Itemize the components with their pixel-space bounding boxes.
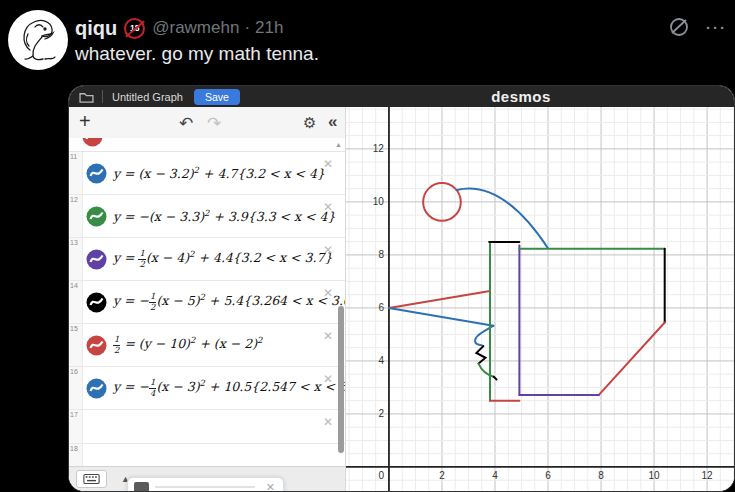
- expression-scrollbar[interactable]: [338, 306, 344, 453]
- expression-color-icon[interactable]: [86, 249, 107, 270]
- svg-text:10: 10: [373, 196, 385, 207]
- row-number-gutter: 14: [69, 281, 83, 323]
- keyboard-toggle-button[interactable]: [76, 470, 107, 488]
- expression-row-15[interactable]: 1512 = (y − 10)2 + (x − 2)2✕: [69, 324, 345, 367]
- desmos-logo: desmos: [491, 88, 551, 105]
- graph-paper[interactable]: 24681012246810120: [346, 107, 734, 491]
- row-number-gutter: 18: [69, 444, 83, 467]
- svg-text:6: 6: [378, 302, 384, 313]
- close-expression-icon[interactable]: ✕: [323, 201, 333, 213]
- close-expression-icon[interactable]: ✕: [323, 416, 333, 428]
- svg-text:8: 8: [378, 249, 384, 260]
- graph-canvas[interactable]: 24681012246810120: [346, 107, 735, 492]
- popup-close-icon[interactable]: ✕: [266, 481, 275, 492]
- svg-text:12: 12: [373, 143, 385, 154]
- row-number-gutter: 13: [69, 238, 83, 280]
- expression-color-icon[interactable]: [86, 163, 107, 184]
- handle-row: @rawmehn · 21h: [152, 18, 283, 38]
- age-18-badge-icon: 18: [124, 18, 145, 39]
- graph-title[interactable]: Untitled Graph: [112, 91, 183, 103]
- row-number-gutter: 17: [69, 410, 83, 443]
- svg-text:2: 2: [378, 408, 384, 419]
- expression-row-17[interactable]: 17✕: [69, 410, 345, 444]
- row-number-gutter: 15: [69, 324, 83, 366]
- expression-row-13[interactable]: 13y = 12(x − 4)2 + 4.4{3.2 < x < 3.7}✕: [69, 238, 345, 281]
- divider: [102, 90, 103, 103]
- keyboard-icon: [83, 473, 100, 485]
- expression-toolbar: + ↶ ↷ ⚙ «: [69, 107, 345, 139]
- close-expression-icon[interactable]: ✕: [323, 330, 333, 342]
- svg-text:4: 4: [492, 470, 498, 481]
- svg-text:0: 0: [378, 470, 384, 481]
- equation[interactable]: 12 = (y − 10)2 + (x − 2)2: [113, 335, 262, 356]
- expression-color-icon[interactable]: [86, 206, 107, 227]
- expression-list: 11y = (x − 3.2)2 + 4.7{3.2 < x < 4}✕12y …: [69, 138, 345, 467]
- row-number-gutter: 16: [69, 367, 83, 409]
- close-expression-icon[interactable]: ✕: [323, 244, 333, 256]
- popup-icon: [134, 482, 149, 492]
- svg-text:8: 8: [598, 470, 604, 481]
- display-name[interactable]: qiqu: [75, 17, 117, 40]
- tweet-text: whatever. go my math tenna.: [75, 43, 319, 65]
- equation[interactable]: y = (x − 3.2)2 + 4.7{3.2 < x < 4}: [113, 165, 325, 181]
- save-button[interactable]: Save: [194, 89, 240, 105]
- expression-row-12[interactable]: 12y = −(x − 3.3)2 + 3.9{3.3 < x < 4}✕: [69, 195, 345, 238]
- svg-text:6: 6: [545, 470, 551, 481]
- expression-row-partial[interactable]: [69, 138, 345, 152]
- close-expression-icon[interactable]: ✕: [323, 287, 333, 299]
- expression-row-18[interactable]: 18: [69, 444, 345, 467]
- bottom-popup[interactable]: ✕: [127, 477, 284, 492]
- redo-button[interactable]: ↷: [205, 111, 223, 136]
- collapse-panel-icon[interactable]: «: [326, 110, 339, 134]
- graph-settings-gear-icon[interactable]: ⚙: [301, 112, 318, 134]
- expression-color-icon[interactable]: [86, 335, 107, 356]
- desmos-topbar: Untitled Graph Save desmos: [69, 86, 734, 107]
- equation[interactable]: y = −12(x − 5)2 + 5.4{3.264 < x < 3.63: [113, 292, 345, 313]
- svg-text:12: 12: [702, 470, 714, 481]
- expression-row-11[interactable]: 11y = (x − 3.2)2 + 4.7{3.2 < x < 4}✕: [69, 152, 345, 195]
- user-handle[interactable]: @rawmehn: [152, 18, 239, 38]
- svg-text:4: 4: [378, 355, 384, 366]
- expression-color-icon[interactable]: [86, 378, 107, 399]
- row-number-gutter: 11: [69, 152, 83, 194]
- grok-icon[interactable]: [668, 16, 690, 38]
- timestamp[interactable]: 21h: [255, 18, 283, 38]
- dot-separator: ·: [244, 18, 250, 38]
- scroll-up-icon[interactable]: ▲: [335, 141, 342, 148]
- desmos-embed-card[interactable]: Untitled Graph Save desmos + ↶ ↷ ⚙ «: [68, 85, 735, 492]
- equation[interactable]: y = −14(x − 3)2 + 10.5{2.547 < x < 6}: [113, 378, 345, 399]
- svg-text:10: 10: [649, 470, 661, 481]
- undo-button[interactable]: ↶: [177, 111, 195, 136]
- popup-text-line: [155, 486, 255, 488]
- equation[interactable]: y = 12(x − 4)2 + 4.4{3.2 < x < 3.7}: [113, 249, 332, 270]
- close-expression-icon[interactable]: ✕: [323, 158, 333, 170]
- expression-color-icon[interactable]: [86, 292, 107, 313]
- tweet: qiqu 18 @rawmehn · 21h whatever. go my m…: [0, 0, 735, 492]
- expression-panel: + ↶ ↷ ⚙ « 11y = (x − 3.2)2 + 4.7{3.2 < x…: [69, 107, 346, 491]
- close-expression-icon[interactable]: ✕: [323, 373, 333, 385]
- open-graph-folder-icon[interactable]: [79, 91, 94, 103]
- svg-text:2: 2: [439, 470, 445, 481]
- expression-row-14[interactable]: 14y = −12(x − 5)2 + 5.4{3.264 < x < 3.63…: [69, 281, 345, 324]
- row-number-gutter: 12: [69, 195, 83, 237]
- expression-row-16[interactable]: 16y = −14(x − 3)2 + 10.5{2.547 < x < 6}✕: [69, 367, 345, 410]
- equation[interactable]: y = −(x − 3.3)2 + 3.9{3.3 < x < 4}: [113, 208, 335, 224]
- expression-color-icon: [82, 138, 103, 147]
- tweet-header: qiqu 18 @rawmehn · 21h: [75, 15, 283, 41]
- add-expression-button[interactable]: +: [77, 108, 93, 135]
- avatar-sketch: [8, 10, 68, 70]
- avatar[interactable]: [8, 10, 68, 70]
- more-menu-icon[interactable]: ···: [706, 19, 727, 36]
